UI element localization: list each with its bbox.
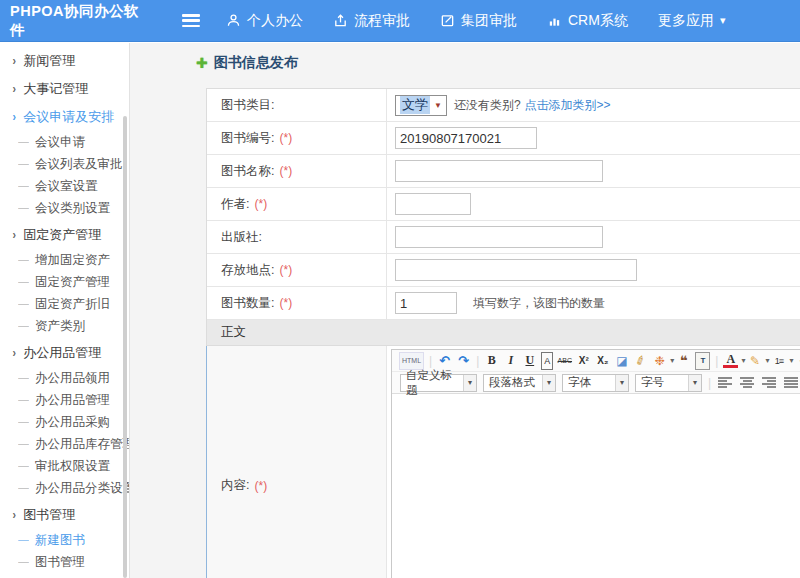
category-select[interactable]: 文学 ▼ xyxy=(395,95,447,116)
sidebar-item-supplies-inventory[interactable]: —办公用品库存管理 xyxy=(0,433,129,455)
editor-toolbar-row2: 自定义标题▾ 段落格式▾ 字体▾ 字号▾ | ⚭ ⚭ xyxy=(392,372,800,394)
form-row-content: 内容:(*) HTML | ↶ ↷ | B I U A ABC X² xyxy=(207,346,800,578)
sidebar-item-meeting-apply[interactable]: —会议申请 xyxy=(0,131,129,153)
nav-more-apps[interactable]: 更多应用 ▾ xyxy=(658,12,726,30)
align-right-button[interactable] xyxy=(762,377,776,388)
nav-crm-system[interactable]: CRM系统 xyxy=(547,12,628,30)
nav-personal-office[interactable]: 个人办公 xyxy=(226,12,303,30)
chevron-right-icon: › xyxy=(12,341,15,365)
dropdown-caret-icon[interactable]: ▾ xyxy=(789,356,793,365)
sidebar-item-approval-permission[interactable]: —审批权限设置 xyxy=(0,455,129,477)
editor-content-area[interactable] xyxy=(392,394,800,578)
dash-icon: — xyxy=(18,251,29,269)
sidebar-item-meeting-room[interactable]: —会议室设置 xyxy=(0,175,129,197)
book-name-input[interactable] xyxy=(395,160,603,182)
sidebar-group-meeting[interactable]: ›会议申请及安排 xyxy=(0,105,129,129)
sidebar-item-supplies-claim[interactable]: —办公用品领用 xyxy=(0,367,129,389)
app-logo: PHPOA协同办公软件 xyxy=(10,2,140,40)
font-size-select[interactable]: 字号▾ xyxy=(635,374,702,392)
publisher-input[interactable] xyxy=(395,226,603,248)
subscript-button[interactable]: X₂ xyxy=(595,352,610,370)
sidebar-item-supplies-purchase[interactable]: —办公用品采购 xyxy=(0,411,129,433)
nav-group-approval[interactable]: 集团审批 xyxy=(440,12,517,30)
sidebar-item-meeting-list[interactable]: —会议列表及审批 xyxy=(0,153,129,175)
strikethrough-button[interactable]: ABC xyxy=(557,352,572,370)
toolbar-separator: | xyxy=(708,376,711,390)
font-color-button[interactable]: A xyxy=(723,353,738,368)
sidebar-item-add-asset[interactable]: —增加固定资产 xyxy=(0,249,129,271)
menu-toggle-icon[interactable] xyxy=(182,14,200,27)
book-number-input[interactable] xyxy=(395,127,537,149)
nav-label: 更多应用 xyxy=(658,12,714,30)
rich-text-editor: HTML | ↶ ↷ | B I U A ABC X² X₂ ◪ ✐ xyxy=(391,349,800,578)
custom-title-select[interactable]: 自定义标题▾ xyxy=(400,374,477,392)
sidebar-item-meeting-category[interactable]: —会议类别设置 xyxy=(0,197,129,219)
field-label: 图书数量: xyxy=(221,295,274,312)
sidebar-item-label: 图书管理 xyxy=(35,551,85,573)
sidebar-item-new-book[interactable]: —新建图书 xyxy=(0,529,129,551)
sidebar-group-news[interactable]: ›新闻管理 xyxy=(0,49,129,73)
sidebar-group-office-supplies[interactable]: ›办公用品管理 xyxy=(0,341,129,365)
dash-icon: — xyxy=(18,273,29,291)
location-input[interactable] xyxy=(395,259,637,281)
italic-button[interactable]: I xyxy=(503,352,518,370)
sidebar-scrollbar[interactable] xyxy=(123,116,127,578)
sidebar-group-events[interactable]: ›大事记管理 xyxy=(0,77,129,101)
sidebar-group-books[interactable]: ›图书管理 xyxy=(0,503,129,527)
sidebar-item-book-manage[interactable]: —图书管理 xyxy=(0,551,129,573)
align-justify-button[interactable] xyxy=(784,377,798,388)
dash-icon: — xyxy=(18,479,29,497)
dash-icon: — xyxy=(18,391,29,409)
highlight-button[interactable]: ✎ xyxy=(747,352,762,370)
author-input[interactable] xyxy=(395,193,471,215)
sidebar-item-label: 办公用品分类设置 xyxy=(35,477,130,499)
dropdown-caret-icon[interactable]: ▾ xyxy=(670,356,674,365)
sidebar-item-supplies-classify[interactable]: —办公用品分类设置 xyxy=(0,477,129,499)
edit-icon xyxy=(440,13,455,28)
add-category-link[interactable]: 点击添加类别>> xyxy=(525,97,611,114)
chevron-right-icon: › xyxy=(12,49,15,73)
align-left-button[interactable] xyxy=(718,377,732,388)
chevron-right-icon: › xyxy=(12,77,15,101)
chevron-right-icon: › xyxy=(12,105,15,129)
nav-label: 个人办公 xyxy=(247,12,303,30)
quantity-input[interactable] xyxy=(395,292,457,314)
toolbar-separator: | xyxy=(429,354,432,368)
dropdown-caret-icon[interactable]: ▾ xyxy=(765,356,769,365)
sidebar-item-asset-category[interactable]: —资产类别 xyxy=(0,315,129,337)
font-border-button[interactable]: A xyxy=(541,352,553,370)
underline-button[interactable]: U xyxy=(522,352,537,370)
unordered-list-button[interactable]: •≡ xyxy=(796,352,800,370)
dash-icon: — xyxy=(18,457,29,475)
ordered-list-button[interactable]: 1≡ xyxy=(771,352,786,370)
dropdown-caret-icon[interactable]: ▾ xyxy=(741,356,745,365)
form-row-book-number: 图书编号:(*) xyxy=(207,122,800,155)
font-family-select[interactable]: 字体▾ xyxy=(562,374,629,392)
dash-icon: — xyxy=(18,553,29,571)
blockquote-button[interactable]: ❝ xyxy=(676,352,691,370)
sidebar-item-label: 图书管理 xyxy=(23,503,75,527)
field-label: 出版社: xyxy=(221,229,262,246)
dropdown-caret-icon: ▾ xyxy=(542,375,555,391)
required-marker: (*) xyxy=(279,263,292,277)
superscript-button[interactable]: X² xyxy=(576,352,591,370)
sidebar-group-fixed-assets[interactable]: ›固定资产管理 xyxy=(0,223,129,247)
dash-icon: — xyxy=(18,133,29,151)
person-icon xyxy=(226,13,241,28)
align-center-button[interactable] xyxy=(740,377,754,388)
format-brush-button[interactable]: ❉ xyxy=(652,352,667,370)
dash-icon: — xyxy=(18,531,29,549)
eraser-button[interactable]: ◪ xyxy=(614,352,629,370)
nav-process-approval[interactable]: 流程审批 xyxy=(333,12,410,30)
clear-format-button[interactable]: ✐ xyxy=(630,349,651,372)
sidebar-item-asset-depreciation[interactable]: —固定资产折旧 xyxy=(0,293,129,315)
dropdown-caret-icon: ▾ xyxy=(688,375,701,391)
bold-button[interactable]: B xyxy=(484,352,499,370)
sidebar-item-asset-manage[interactable]: —固定资产管理 xyxy=(0,271,129,293)
paste-text-button[interactable]: T xyxy=(695,352,710,370)
top-header: PHPOA协同办公软件 个人办公 流程审批 集团审批 CRM系统 更多应用 ▾ xyxy=(0,0,800,42)
sidebar-item-supplies-manage[interactable]: —办公用品管理 xyxy=(0,389,129,411)
paragraph-format-select[interactable]: 段落格式▾ xyxy=(483,374,556,392)
required-marker: (*) xyxy=(254,479,267,493)
nav-label: 流程审批 xyxy=(354,12,410,30)
